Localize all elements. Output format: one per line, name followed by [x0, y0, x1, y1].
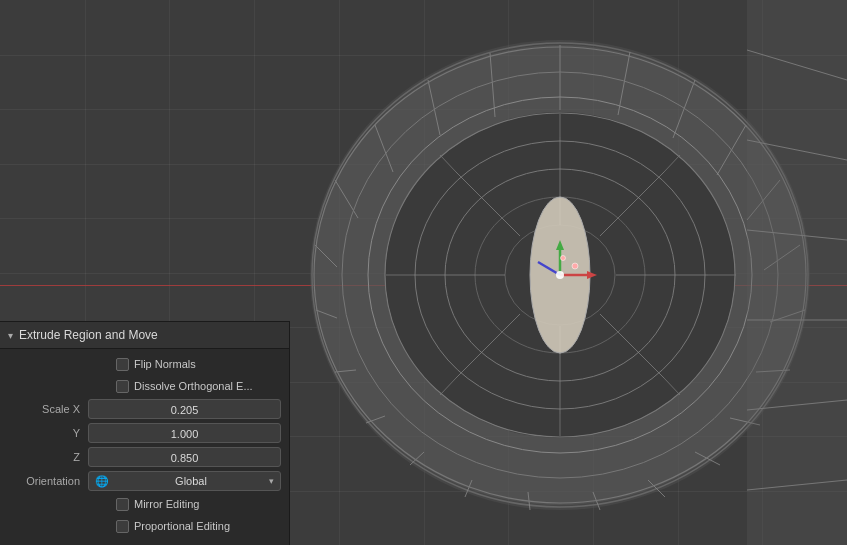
properties-panel: ▾ Extrude Region and Move Flip Normals D…	[0, 321, 290, 545]
orientation-globe-icon: 🌐	[95, 475, 109, 488]
mirror-editing-checkbox[interactable]	[116, 498, 129, 511]
orientation-value: Global	[175, 475, 207, 487]
scale-x-input[interactable]: 0.205	[88, 399, 281, 419]
mirror-editing-checkbox-item[interactable]: Mirror Editing	[116, 498, 199, 511]
mirror-editing-label: Mirror Editing	[134, 498, 199, 510]
dissolve-checkbox[interactable]	[116, 380, 129, 393]
svg-point-45	[572, 263, 578, 269]
mirror-editing-row: Mirror Editing	[0, 493, 289, 515]
scale-z-row: Z 0.850	[0, 445, 289, 469]
scale-y-input[interactable]: 1.000	[88, 423, 281, 443]
panel-collapse-arrow: ▾	[8, 330, 13, 341]
scale-y-row: Y 1.000	[0, 421, 289, 445]
svg-rect-47	[747, 0, 847, 545]
flip-normals-label: Flip Normals	[134, 358, 196, 370]
dissolve-checkbox-item[interactable]: Dissolve Orthogonal E...	[116, 380, 253, 393]
svg-point-46	[561, 256, 566, 261]
flip-normals-checkbox[interactable]	[116, 358, 129, 371]
svg-point-44	[556, 271, 564, 279]
flip-normals-row: Flip Normals	[0, 353, 289, 375]
proportional-editing-row: Proportional Editing	[0, 515, 289, 537]
dissolve-row: Dissolve Orthogonal E...	[0, 375, 289, 397]
orientation-row: Orientation 🌐 Global ▾	[0, 469, 289, 493]
orientation-chevron-icon: ▾	[269, 476, 274, 486]
panel-title: Extrude Region and Move	[19, 328, 158, 342]
proportional-editing-label: Proportional Editing	[134, 520, 230, 532]
scale-x-row: Scale X 0.205	[0, 397, 289, 421]
flip-normals-checkbox-item[interactable]: Flip Normals	[116, 358, 196, 371]
panel-header[interactable]: ▾ Extrude Region and Move	[0, 322, 289, 349]
dissolve-label: Dissolve Orthogonal E...	[134, 380, 253, 392]
orientation-dropdown[interactable]: 🌐 Global ▾	[88, 471, 281, 491]
proportional-editing-checkbox-item[interactable]: Proportional Editing	[116, 520, 230, 533]
scale-z-input[interactable]: 0.850	[88, 447, 281, 467]
proportional-editing-checkbox[interactable]	[116, 520, 129, 533]
scale-y-label: Y	[8, 427, 88, 439]
scale-x-label: Scale X	[8, 403, 88, 415]
scale-z-label: Z	[8, 451, 88, 463]
orientation-label: Orientation	[8, 475, 88, 487]
